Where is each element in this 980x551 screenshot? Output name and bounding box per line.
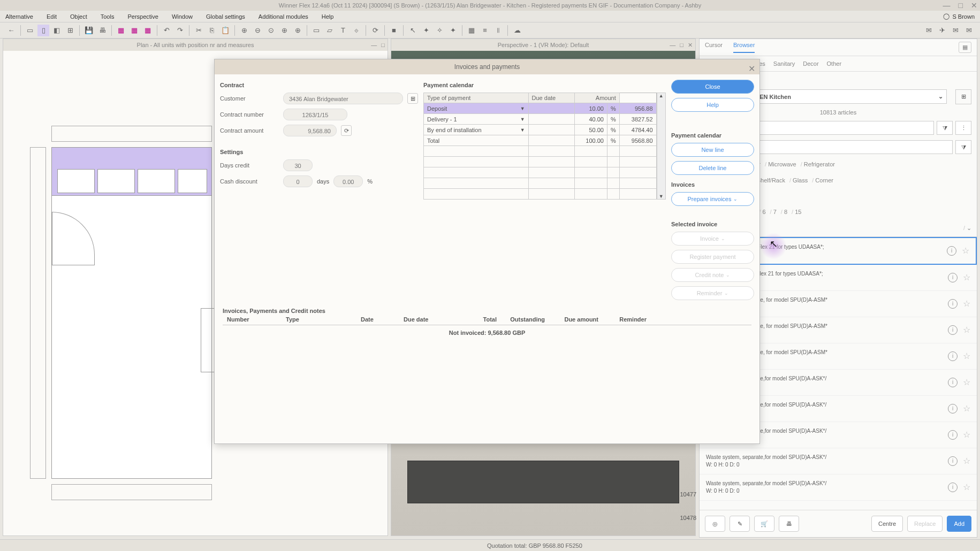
tab-cursor[interactable]: Cursor — [705, 42, 723, 53]
menu-perspective[interactable]: Perspective — [127, 13, 158, 20]
info-icon[interactable]: i — [948, 299, 958, 309]
snap3-icon[interactable]: ✦ — [447, 25, 459, 36]
mail3-icon[interactable]: ✉ — [949, 25, 961, 36]
nav1-icon[interactable]: ⊕ — [238, 25, 250, 36]
info-icon[interactable]: i — [948, 456, 958, 466]
product-item[interactable]: Waste system, separate,for model SPU(D)A… — [700, 448, 977, 475]
cut-icon[interactable]: ✂ — [193, 25, 204, 36]
cash-pct-field[interactable]: 0.00 — [333, 175, 363, 187]
col-duedate[interactable]: Due date — [399, 316, 453, 323]
supplier-settings-icon[interactable]: ⊞ — [955, 89, 971, 104]
nav5-icon[interactable]: ⊕ — [292, 25, 303, 36]
view3-icon[interactable]: ◧ — [51, 25, 63, 36]
snap2-icon[interactable]: ✧ — [434, 25, 445, 36]
tab-browser[interactable]: Browser — [733, 42, 755, 53]
menu-edit[interactable]: Edit — [47, 13, 57, 20]
calendar-row[interactable]: By end of installation▼50.00%4784.40 — [424, 125, 657, 135]
door-swing[interactable] — [52, 212, 95, 265]
star-icon[interactable]: ☆ — [963, 430, 970, 440]
edit-icon[interactable]: ✎ — [730, 516, 750, 532]
nav2-icon[interactable]: ⊖ — [252, 25, 263, 36]
doc1-icon[interactable]: ▦ — [115, 25, 127, 36]
centre-button[interactable]: Centre — [871, 516, 903, 532]
shape2-icon[interactable]: ▱ — [324, 25, 336, 36]
align2-icon[interactable]: ⫴ — [492, 25, 504, 36]
star-icon[interactable]: ☆ — [963, 403, 970, 414]
info-icon[interactable]: i — [948, 404, 958, 414]
menu-additional-modules[interactable]: Additional modules — [259, 13, 308, 20]
close-icon[interactable]: ✕ — [971, 0, 977, 11]
text-icon[interactable]: T — [337, 25, 349, 36]
col-reminder[interactable]: Reminder — [603, 316, 651, 323]
view1-icon[interactable]: ▭ — [24, 25, 36, 36]
mail1-icon[interactable]: ✉ — [923, 25, 935, 36]
measure-icon[interactable]: ⟐ — [351, 25, 362, 36]
persp-minimize-icon[interactable]: — — [670, 42, 675, 49]
payment-calendar-table[interactable]: Type of payment Due date Amount Deposit▼… — [423, 93, 657, 200]
dialog-titlebar[interactable]: Invoices and payments ✕ — [215, 59, 759, 74]
col-outstanding[interactable]: Outstanding — [501, 316, 549, 323]
grid-toggle-icon[interactable]: ▦ — [959, 42, 971, 53]
chevron-down-icon[interactable]: ⌄ — [963, 223, 971, 234]
help-button[interactable]: Help — [671, 98, 754, 112]
contract-amount-field[interactable]: 9,568.80 — [283, 125, 337, 136]
star-icon[interactable]: ☆ — [963, 482, 970, 492]
shape1-icon[interactable]: ▭ — [310, 25, 322, 36]
star-icon[interactable]: ☆ — [963, 456, 970, 466]
dialog-close-icon[interactable]: ✕ — [748, 62, 755, 76]
user-name[interactable]: S Brown — [952, 13, 975, 20]
plan-maximize-icon[interactable]: □ — [381, 42, 385, 48]
grid-icon[interactable]: ▦ — [466, 25, 477, 36]
cart-icon[interactable]: 🛒 — [754, 516, 774, 532]
customer-field[interactable]: 3436 Alan Bridgewater — [283, 93, 403, 104]
star-icon[interactable]: ☆ — [963, 299, 970, 309]
customer-lookup-icon[interactable]: ⊞ — [407, 93, 418, 104]
floor-plan[interactable] — [51, 147, 212, 479]
add-button[interactable]: Add — [947, 516, 971, 532]
calendar-row[interactable]: Delivery - 1▼40.00%3827.52 — [424, 114, 657, 125]
amount-refresh-icon[interactable]: ⟳ — [341, 125, 352, 136]
cat-decor[interactable]: Decor — [803, 60, 818, 67]
info-icon[interactable]: i — [948, 325, 958, 335]
num-7[interactable]: 7 — [770, 207, 777, 218]
doc2-icon[interactable]: ▦ — [128, 25, 140, 36]
prepare-invoices-button[interactable]: Prepare invoices⌄ — [671, 192, 754, 206]
align1-icon[interactable]: ≡ — [479, 25, 491, 36]
close-button[interactable]: Close — [671, 80, 754, 94]
cat-sanitary[interactable]: Sanitary — [773, 60, 795, 67]
maximize-icon[interactable]: □ — [959, 0, 963, 11]
cabinet-3[interactable] — [138, 169, 175, 193]
print-icon[interactable]: 🖶 — [779, 516, 799, 532]
new-line-button[interactable]: New line — [671, 143, 754, 157]
chip-microwave[interactable]: Microwave — [765, 159, 796, 170]
nav4-icon[interactable]: ⊕ — [278, 25, 290, 36]
star-icon[interactable]: ☆ — [962, 246, 969, 256]
menu-help[interactable]: Help — [322, 13, 334, 20]
menu-global-settings[interactable]: Global settings — [206, 13, 245, 20]
filter-icon[interactable]: ⧩ — [937, 121, 953, 135]
cat-other[interactable]: Other — [827, 60, 842, 67]
col-date[interactable]: Date — [356, 316, 399, 323]
delete-line-button[interactable]: Delete line — [671, 161, 754, 175]
minimize-icon[interactable]: — — [943, 0, 951, 11]
print-icon[interactable]: 🖶 — [96, 25, 108, 36]
menu-object[interactable]: Object — [70, 13, 87, 20]
num-8[interactable]: 8 — [781, 207, 787, 218]
info-icon[interactable]: i — [948, 483, 958, 492]
menu-alternative[interactable]: Alternative — [5, 13, 33, 20]
calendar-row[interactable]: Deposit▼10.00%956.88 — [424, 103, 657, 114]
snap1-icon[interactable]: ✦ — [420, 25, 432, 36]
worktop-area[interactable] — [52, 148, 211, 196]
contract-number-field[interactable]: 1263/1/15 — [283, 109, 347, 120]
days-credit-field[interactable]: 30 — [283, 159, 313, 171]
view2-icon[interactable]: ▯ — [37, 25, 49, 36]
paste-icon[interactable]: 📋 — [219, 25, 231, 36]
product-item[interactable]: Waste system, separate,for model SPU(D)A… — [700, 475, 977, 501]
redo-icon[interactable]: ↷ — [174, 25, 186, 36]
cloud-icon[interactable]: ☁ — [511, 25, 523, 36]
col-dueamount[interactable]: Due amount — [549, 316, 603, 323]
persp-close-icon[interactable]: ✕ — [688, 42, 693, 49]
col-number[interactable]: Number — [223, 316, 282, 323]
mail2-icon[interactable]: ✈ — [936, 25, 948, 36]
doc3-icon[interactable]: ▦ — [142, 25, 154, 36]
